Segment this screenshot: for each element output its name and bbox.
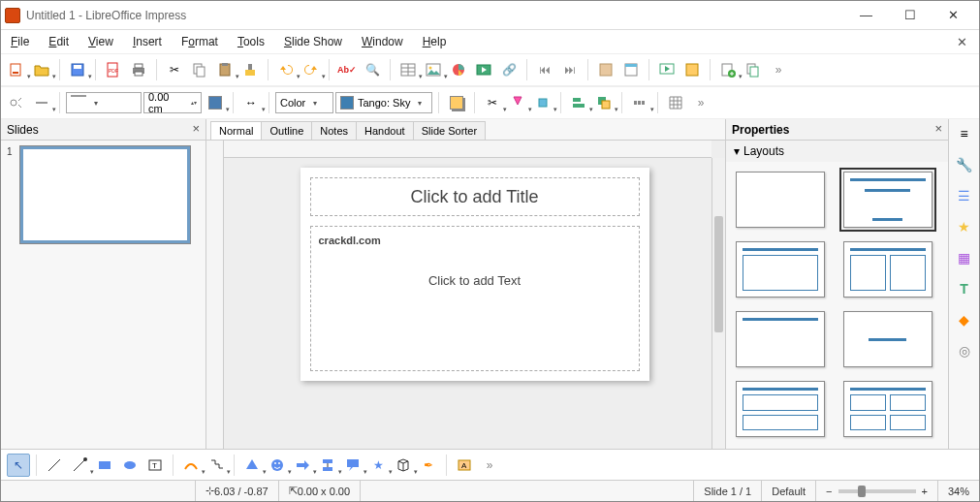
image-button[interactable] bbox=[422, 58, 445, 81]
stars-tool[interactable]: ★ bbox=[366, 454, 390, 477]
menu-help[interactable]: Help bbox=[419, 33, 451, 50]
crop-button[interactable]: ✂ bbox=[481, 91, 504, 114]
minimize-button[interactable]: — bbox=[844, 2, 888, 29]
close-button[interactable]: ✕ bbox=[932, 2, 975, 29]
menu-format[interactable]: Format bbox=[177, 33, 222, 50]
transform-button[interactable] bbox=[531, 91, 554, 114]
fontwork-tool[interactable]: ✒ bbox=[417, 454, 440, 477]
layout-two-rows[interactable] bbox=[736, 381, 825, 437]
fontwork-tab-button[interactable]: T bbox=[954, 278, 975, 299]
close-properties-button[interactable]: × bbox=[934, 121, 942, 136]
sidebar-toggle-button[interactable]: ≡ bbox=[954, 123, 975, 144]
slide-page[interactable]: Click to add Title crackdl.com Click to … bbox=[300, 168, 649, 381]
open-button[interactable] bbox=[30, 58, 53, 81]
position-size-button[interactable] bbox=[5, 91, 28, 114]
first-slide-button[interactable]: ⏮ bbox=[533, 58, 556, 81]
content-placeholder[interactable]: crackdl.com Click to add Text bbox=[310, 226, 640, 371]
tab-handout[interactable]: Handout bbox=[356, 121, 414, 140]
menu-tools[interactable]: Tools bbox=[234, 33, 269, 50]
line-width-input[interactable]: 0.00 cm ▴▾ bbox=[143, 92, 202, 113]
line-color-dropdown[interactable] bbox=[204, 91, 227, 114]
shadow-button[interactable] bbox=[445, 91, 468, 114]
layout-title-one[interactable] bbox=[736, 241, 825, 298]
chart-button[interactable] bbox=[447, 58, 470, 81]
styles-tab-button[interactable]: ☰ bbox=[954, 185, 975, 206]
duplicate-slide-button[interactable] bbox=[742, 58, 765, 81]
more-drawing-button[interactable]: » bbox=[478, 454, 501, 477]
layout-centered[interactable] bbox=[843, 311, 933, 367]
master-slide-button[interactable] bbox=[680, 58, 704, 81]
line-tool[interactable] bbox=[43, 454, 66, 477]
block-arrows-tool[interactable] bbox=[291, 454, 314, 477]
basic-shapes-tool[interactable] bbox=[240, 454, 264, 477]
callout-tool[interactable] bbox=[341, 454, 364, 477]
select-tool[interactable]: ↖ bbox=[7, 454, 30, 477]
tab-normal[interactable]: Normal bbox=[210, 121, 262, 140]
status-master[interactable]: Default bbox=[761, 481, 815, 501]
paste-button[interactable] bbox=[213, 58, 237, 81]
zoom-in-button[interactable]: + bbox=[922, 486, 928, 497]
properties-tab-button[interactable]: 🔧 bbox=[954, 154, 975, 175]
more-button-2[interactable]: » bbox=[689, 91, 712, 114]
spellcheck-button[interactable]: Ab✓ bbox=[335, 58, 359, 81]
save-button[interactable] bbox=[66, 58, 89, 81]
zoom-controls[interactable]: − + bbox=[815, 481, 937, 501]
fill-preset-dropdown[interactable]: Tango: Sky ▾ bbox=[335, 92, 432, 113]
redo-button[interactable] bbox=[300, 58, 323, 81]
layout-blank[interactable] bbox=[736, 172, 825, 228]
slide-thumbnail[interactable] bbox=[20, 146, 190, 243]
export-pdf-button[interactable]: PDF bbox=[102, 58, 125, 81]
distribute-button[interactable] bbox=[628, 91, 651, 114]
media-button[interactable] bbox=[472, 58, 495, 81]
align-button[interactable] bbox=[567, 91, 590, 114]
copy-button[interactable] bbox=[188, 58, 211, 81]
new-button[interactable] bbox=[5, 58, 28, 81]
table-button[interactable] bbox=[396, 58, 420, 81]
menu-view[interactable]: View bbox=[84, 33, 117, 50]
header-footer-button[interactable] bbox=[619, 58, 643, 81]
menu-file[interactable]: File bbox=[7, 33, 33, 50]
zoom-value[interactable]: 34% bbox=[937, 481, 979, 501]
rectangle-tool[interactable] bbox=[93, 454, 116, 477]
slide-thumbnail-list[interactable]: 1 bbox=[1, 141, 205, 449]
filter-button[interactable] bbox=[506, 91, 529, 114]
line-style-dropdown[interactable] bbox=[30, 91, 53, 114]
fill-mode-dropdown[interactable]: Color ▾ bbox=[275, 92, 333, 113]
curve-tool[interactable] bbox=[179, 454, 203, 477]
arrange-button[interactable] bbox=[592, 91, 616, 114]
tab-notes[interactable]: Notes bbox=[311, 121, 357, 140]
flowchart-tool[interactable] bbox=[316, 454, 339, 477]
zoom-slider[interactable] bbox=[838, 489, 916, 493]
navigator-tab-button[interactable]: ▦ bbox=[954, 247, 975, 268]
vertical-scrollbar[interactable] bbox=[711, 158, 725, 449]
layout-title-two[interactable] bbox=[843, 241, 933, 298]
more-button[interactable]: » bbox=[767, 58, 790, 81]
zoom-out-button[interactable]: − bbox=[826, 486, 832, 497]
menu-slideshow[interactable]: Slide Show bbox=[280, 33, 346, 50]
new-slide-button[interactable] bbox=[716, 58, 740, 81]
clone-format-button[interactable] bbox=[238, 58, 262, 81]
animation-tab-button[interactable]: ◆ bbox=[954, 309, 975, 330]
menu-window[interactable]: Window bbox=[358, 33, 407, 50]
menu-edit[interactable]: Edit bbox=[45, 33, 73, 50]
print-button[interactable] bbox=[127, 58, 150, 81]
layout-title-content[interactable] bbox=[843, 172, 933, 228]
hyperlink-button[interactable]: 🔗 bbox=[497, 58, 521, 81]
ellipse-tool[interactable] bbox=[118, 454, 142, 477]
arrow-style-dropdown[interactable]: ↔ bbox=[239, 91, 263, 114]
last-slide-button[interactable]: ⏭ bbox=[558, 58, 582, 81]
cut-button[interactable]: ✂ bbox=[163, 58, 186, 81]
slideshow-button[interactable] bbox=[655, 58, 679, 81]
insert-text-button[interactable]: A bbox=[453, 454, 476, 477]
close-document-button[interactable]: ✕ bbox=[951, 33, 973, 51]
layout-title-only[interactable] bbox=[736, 311, 825, 367]
find-button[interactable]: 🔍 bbox=[361, 58, 384, 81]
special-char-button[interactable] bbox=[594, 58, 617, 81]
layouts-section-header[interactable]: ▾ Layouts bbox=[726, 141, 948, 162]
grid-button[interactable] bbox=[664, 91, 687, 114]
slide-canvas[interactable]: Click to add Title crackdl.com Click to … bbox=[206, 141, 725, 449]
line-ends-tool[interactable] bbox=[68, 454, 91, 477]
undo-button[interactable] bbox=[274, 58, 298, 81]
transition-tab-button[interactable]: ◎ bbox=[954, 340, 975, 361]
tab-outline[interactable]: Outline bbox=[261, 121, 312, 140]
